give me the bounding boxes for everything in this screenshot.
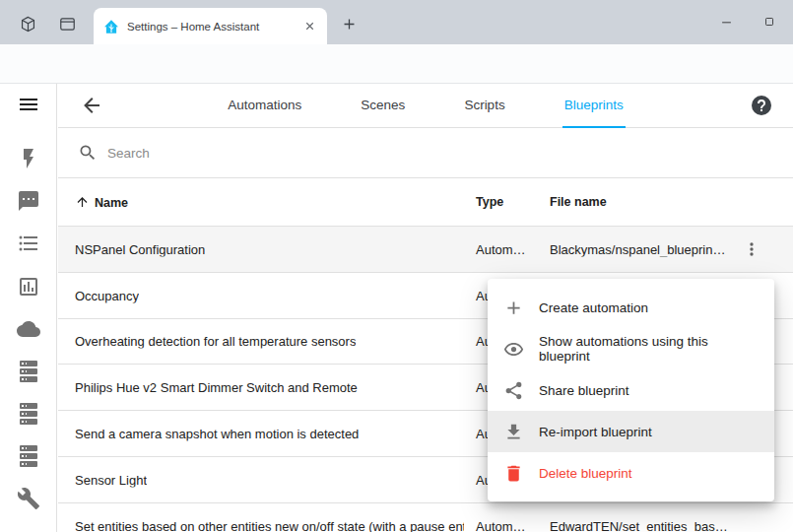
column-header-name[interactable]: Name [75, 195, 128, 210]
table-row[interactable]: NSPanel Configuration Autom… Blackymas/n… [58, 227, 793, 273]
tab-strip: Settings – Home Assistant [0, 0, 793, 44]
menu-item-label: Create automation [539, 300, 648, 315]
menu-item-share-blueprint[interactable]: Share blueprint [488, 369, 774, 411]
menu-item-label: Delete blueprint [539, 466, 632, 481]
browser-tab[interactable]: Settings – Home Assistant [94, 8, 327, 44]
tab-blueprints[interactable]: Blueprints [562, 84, 626, 128]
kebab-dots-icon[interactable] [742, 239, 761, 259]
ha-back-button[interactable] [80, 94, 103, 117]
ha-header: Automations Scenes Scripts Blueprints [58, 84, 793, 128]
context-menu: Create automation Show automations using… [488, 279, 774, 501]
row-file: EdwardTEN/set_entities_bas… [550, 518, 728, 532]
download-icon [503, 422, 524, 442]
server-icon[interactable] [17, 402, 40, 426]
server-icon[interactable] [17, 360, 40, 383]
menu-item-label: Show automations using this blueprint [539, 334, 759, 364]
cloud-icon[interactable] [17, 317, 40, 341]
tab-close-icon[interactable] [301, 19, 317, 34]
list-icon[interactable] [17, 232, 40, 255]
menu-item-label: Share blueprint [539, 383, 629, 398]
arrow-up-icon [75, 195, 90, 210]
tab-label: Automations [228, 98, 301, 112]
table-row[interactable]: Set entities based on other entities new… [58, 503, 793, 532]
new-tab-button[interactable] [339, 14, 359, 33]
tab-label: Blueprints [564, 98, 624, 112]
column-label: Name [95, 195, 128, 209]
menu-item-label: Re-import blueprint [539, 425, 652, 439]
search-bar [58, 128, 793, 178]
menu-item-delete-blueprint[interactable]: Delete blueprint [488, 452, 774, 494]
workspaces-icon[interactable] [18, 14, 37, 33]
column-label: File name [550, 195, 607, 209]
lightning-bolt-icon[interactable] [17, 147, 40, 170]
tab-label: Scripts [464, 98, 504, 112]
menu-item-create-automation[interactable]: Create automation [488, 287, 774, 328]
ha-main: Automations Scenes Scripts Blueprints [58, 84, 793, 532]
home-assistant-favicon [103, 19, 119, 34]
column-header-type[interactable]: Type [476, 195, 503, 209]
table-header: Name Type File name [58, 178, 793, 227]
row-type: Autom… [476, 241, 526, 256]
message-icon[interactable] [17, 189, 40, 213]
row-file: Blackymas/nspanel_blueprin… [550, 241, 725, 256]
browser-window: Settings – Home Assistant Not secure [0, 0, 793, 532]
menu-item-reimport-blueprint[interactable]: Re-import blueprint [488, 411, 774, 452]
eye-icon [503, 339, 524, 360]
row-name: Occupancy [75, 288, 139, 302]
row-name: Overheating detection for all temperatur… [75, 334, 356, 349]
row-name: Send a camera snapshot when motion is de… [75, 427, 359, 441]
ha-sidebar [0, 84, 57, 532]
server-icon[interactable] [17, 444, 40, 468]
hamburger-menu-icon[interactable] [17, 93, 40, 116]
chart-box-icon[interactable] [17, 275, 40, 299]
menu-item-show-automations[interactable]: Show automations using this blueprint [488, 328, 774, 369]
column-header-file-name[interactable]: File name [550, 195, 607, 209]
minimize-button[interactable] [703, 0, 749, 43]
row-name: NSPanel Configuration [75, 241, 205, 256]
share-icon [503, 380, 524, 401]
row-type: Autom… [476, 518, 526, 532]
search-input[interactable] [107, 146, 793, 161]
plus-icon [503, 298, 524, 318]
row-name: Set entities based on other entities new… [75, 518, 464, 532]
tab-actions-icon[interactable] [57, 14, 77, 33]
row-name: Philips Hue v2 Smart Dimmer Switch and R… [75, 380, 358, 395]
wrench-icon[interactable] [17, 487, 40, 510]
tab-scenes[interactable]: Scenes [359, 84, 407, 128]
delete-icon [503, 463, 524, 484]
tab-title: Settings – Home Assistant [127, 21, 294, 33]
search-icon [78, 143, 98, 163]
home-assistant-app: Automations Scenes Scripts Blueprints [0, 84, 793, 532]
browser-toolbar: Not secure homeassistant.local:8123/... … [0, 44, 793, 84]
tab-automations[interactable]: Automations [226, 84, 303, 128]
tab-label: Scenes [361, 98, 405, 112]
ha-nav-tabs: Automations Scenes Scripts Blueprints [137, 84, 714, 128]
help-circle-icon[interactable] [750, 94, 773, 117]
column-label: Type [476, 195, 503, 209]
tab-scripts[interactable]: Scripts [462, 84, 506, 128]
row-name: Sensor Light [75, 472, 147, 487]
maximize-button[interactable] [747, 0, 792, 43]
